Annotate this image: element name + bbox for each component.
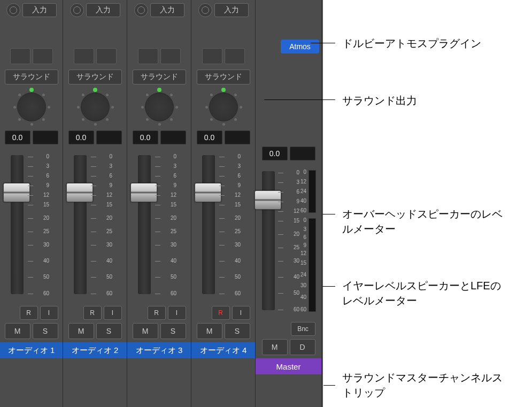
fader-handle[interactable] [195,183,221,202]
send-slot[interactable] [138,48,158,64]
earlevel-lfe-level-meter: 0369121524304060 [297,218,316,312]
solo-button[interactable]: S [160,323,186,339]
channel-name[interactable]: オーディオ 1 [0,342,63,358]
output-button[interactable]: サラウンド [5,70,58,85]
mute-button[interactable]: M [5,323,30,339]
plugin-slot[interactable] [6,21,57,44]
output-button[interactable]: サラウンド [133,70,186,85]
input-button[interactable]: 入力 [22,3,57,17]
gain-value[interactable]: 0.0 [5,130,30,144]
fader-track[interactable] [74,155,87,294]
channel-name[interactable]: オーディオ 3 [127,342,191,358]
mute-button[interactable]: M [197,323,222,339]
fader-handle[interactable] [255,190,281,210]
pan-position-icon [157,88,161,92]
input-button[interactable]: 入力 [86,3,120,17]
callout-leader [264,99,335,100]
callout-leader [322,214,335,214]
dim-button[interactable]: D [290,339,315,355]
channel-name[interactable]: オーディオ 4 [191,342,255,358]
peak-display[interactable] [160,130,186,144]
solo-button[interactable]: S [96,323,122,339]
gain-value[interactable]: 0.0 [262,147,288,160]
record-enable-button[interactable]: R [148,306,166,320]
fader-scale: 03691215202530405060 [219,154,243,296]
peak-display[interactable] [33,130,58,144]
callout-atmos: ドルビーアトモスプラグイン [342,36,481,51]
input-button[interactable]: 入力 [150,3,184,17]
channel-name[interactable]: オーディオ 2 [63,342,127,358]
send-slot[interactable] [96,48,117,64]
input-monitor-button[interactable]: I [232,306,250,320]
channel-audio-4: 入力 サラウンド 0.0 03691215202530405060 R I M … [191,0,256,407]
fader-track[interactable] [138,155,151,294]
channel-name[interactable]: Master [256,358,321,374]
channel-audio-3: 入力 サラウンド 0.0 03691215202530405060 R I M … [127,0,191,407]
output-button[interactable]: サラウンド [197,70,250,85]
fader-scale: 03691215202530405060 [155,154,179,296]
record-enable-button[interactable]: R [212,306,230,320]
solo-button[interactable]: S [33,323,58,339]
pan-position-icon [93,88,97,92]
callout-earlevel: イヤーレベルスピーカーとLFEのレベルメーター [342,278,508,308]
channel-audio-1: 入力 サラウンド 0.0 03691215202530405060 R I M … [0,0,63,407]
channel-master: Atmos 0.0 03691215202530405060 012244060… [256,0,322,407]
power-icon[interactable] [70,3,84,17]
fader-scale: 03691215202530405060 [91,154,114,296]
send-slot[interactable] [202,48,222,64]
power-icon[interactable] [134,3,148,17]
surround-panner[interactable] [140,88,179,126]
overhead-level-meter: 012244060 [297,170,316,213]
mute-button[interactable]: M [133,323,158,339]
atmos-plugin-button[interactable]: Atmos [281,40,319,53]
mixer: 入力 サラウンド 0.0 03691215202530405060 R I M … [0,0,323,407]
fader-track[interactable] [202,155,215,294]
send-slot[interactable] [74,48,94,64]
power-icon[interactable] [6,3,20,17]
callout-surround: サラウンド出力 [342,93,417,108]
send-slot[interactable] [225,48,245,64]
record-enable-button[interactable]: R [20,306,38,320]
input-monitor-button[interactable]: I [104,306,122,320]
input-monitor-button[interactable]: I [40,306,58,320]
master-fader-area: 03691215202530405060 012244060 036912152… [256,166,321,321]
pan-position-icon [29,88,34,92]
plugin-slot[interactable] [70,21,121,44]
pan-position-icon [221,88,226,92]
bounce-button[interactable]: Bnc [291,322,315,336]
mute-button[interactable]: M [68,323,94,339]
fader-handle[interactable] [66,183,93,202]
peak-display[interactable] [96,130,122,144]
gain-value[interactable]: 0.0 [197,130,222,144]
output-button[interactable]: サラウンド [68,70,122,85]
surround-panner[interactable] [12,88,51,126]
record-enable-button[interactable]: R [83,306,102,320]
power-icon[interactable] [198,3,212,17]
peak-display[interactable] [225,130,250,144]
surround-panner[interactable] [204,88,243,126]
fader-area: 03691215202530405060 [0,150,63,305]
callout-leader [322,286,335,287]
callout-leader [311,43,335,43]
plugin-slot[interactable] [198,21,249,44]
gain-value[interactable]: 0.0 [68,130,94,144]
plugin-slot[interactable] [134,21,185,44]
surround-panner[interactable] [76,88,114,126]
send-slot[interactable] [10,48,30,64]
callout-leader [323,385,335,386]
callout-masterstrip: サラウンドマスターチャンネルストリップ [342,370,503,400]
send-slot[interactable] [33,48,53,64]
send-slot[interactable] [160,48,181,64]
fader-handle[interactable] [3,183,30,202]
mute-button[interactable]: M [262,339,288,355]
input-monitor-button[interactable]: I [168,306,186,320]
fader-track[interactable] [11,155,24,294]
callout-overhead: オーバーヘッドスピーカーのレベルメーター [342,206,503,236]
solo-button[interactable]: S [225,323,250,339]
channel-audio-2: 入力 サラウンド 0.0 03691215202530405060 R I M … [63,0,127,407]
fader-scale: 03691215202530405060 [28,154,51,296]
gain-value[interactable]: 0.0 [133,130,158,144]
input-button[interactable]: 入力 [214,3,249,17]
peak-display[interactable] [290,147,315,160]
fader-handle[interactable] [130,183,157,202]
